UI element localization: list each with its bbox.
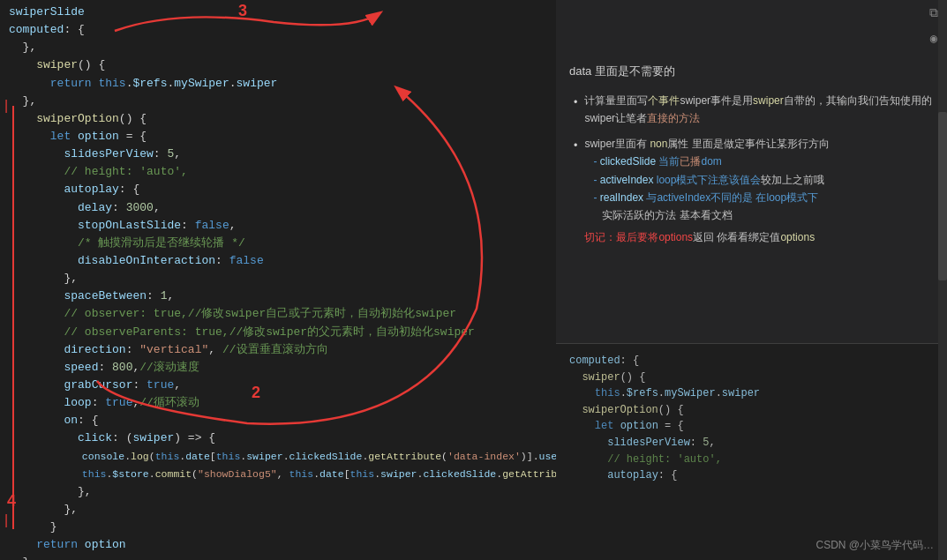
code-line: autoplay: { <box>9 181 556 198</box>
code-line: swiperSlide <box>9 4 556 21</box>
right-bottom-code: computed: { swiper() { this.$refs.mySwip… <box>569 353 934 484</box>
code-line-on: on: { <box>9 412 556 429</box>
code-line: } <box>9 554 556 560</box>
code-line: } <box>9 519 556 536</box>
right-top-text: data 里面是不需要的 • 计算量里面写个事件swiper事件是用swiper… <box>569 62 934 246</box>
code-line: click: (swiper) => { <box>9 429 556 447</box>
code-line: let option = { <box>9 128 556 146</box>
right-bottom: computed: { swiper() { this.$refs.mySwip… <box>556 344 947 560</box>
code-line: // observer: true,//修改swiper自己或子元素时，自动初始… <box>9 305 556 323</box>
code-line: swiperOption() { <box>9 110 556 128</box>
annotation-4: 4 <box>7 492 16 511</box>
code-line: slidesPerView: 5, <box>9 146 556 163</box>
right-top: ⧉ ◉ data 里面是不需要的 • 计算量里面写个事件swiper事件是用sw… <box>556 0 947 344</box>
annotation-3: 3 <box>238 2 247 20</box>
code-line-return-option: return option <box>9 536 556 554</box>
code-line: }, <box>9 93 556 110</box>
left-panel: swiperSlide computed: { }, swiper() { re… <box>0 0 556 560</box>
code-line: }, <box>9 270 556 287</box>
code-line: }, <box>9 39 556 56</box>
bullet-item-2: • swiper里面有 non属性 里面是做定事件让某形行方向 - clicke… <box>569 135 934 246</box>
top-note: data 里面是不需要的 <box>569 62 934 81</box>
svg-text:|: | <box>4 512 8 527</box>
bullet-item-1: • 计算量里面写个事件swiper事件是用swiper自带的，其输向我们告知使用… <box>569 92 934 128</box>
annotation-2: 2 <box>252 384 260 402</box>
code-line: disableOnInteraction: false <box>9 252 556 270</box>
svg-text:|: | <box>4 98 8 113</box>
code-line: }, <box>9 501 556 519</box>
code-line: stopOnLastSlide: false, <box>9 217 556 235</box>
code-line: /* 触摸滑动后是否继续轮播 */ <box>9 235 556 252</box>
scrollbar[interactable] <box>938 0 947 560</box>
code-line: // observeParents: true,//修改swiper的父元素时，… <box>9 324 556 341</box>
scrollbar-thumb[interactable] <box>938 112 947 280</box>
code-area: swiperSlide computed: { }, swiper() { re… <box>9 0 556 560</box>
code-line: // height: 'auto', <box>9 163 556 181</box>
code-line: spaceBetween: 1, <box>9 287 556 305</box>
watermark: CSDN @小菜鸟学代码… <box>815 538 934 553</box>
main-container: swiperSlide computed: { }, swiper() { re… <box>0 0 947 560</box>
code-line: delay: 3000, <box>9 199 556 217</box>
code-line: computed: { <box>9 21 556 39</box>
code-line: console.log(this.date[this.swiper.clicke… <box>9 448 556 466</box>
code-line: speed: 800,//滚动速度 <box>9 359 556 377</box>
code-line: this.$store.commit("showDialog5", this.d… <box>9 466 556 483</box>
code-line: direction: "vertical", //设置垂直滚动方向 <box>9 341 556 359</box>
code-line: }, <box>9 483 556 501</box>
code-line: swiper() { <box>9 56 556 74</box>
code-line: grabCursor: true, <box>9 377 556 394</box>
code-line: return this.$refs.mySwiper.swiper <box>9 75 556 93</box>
right-panel: ⧉ ◉ data 里面是不需要的 • 计算量里面写个事件swiper事件是用sw… <box>556 0 947 560</box>
code-line: loop: true,//循环滚动 <box>9 394 556 412</box>
